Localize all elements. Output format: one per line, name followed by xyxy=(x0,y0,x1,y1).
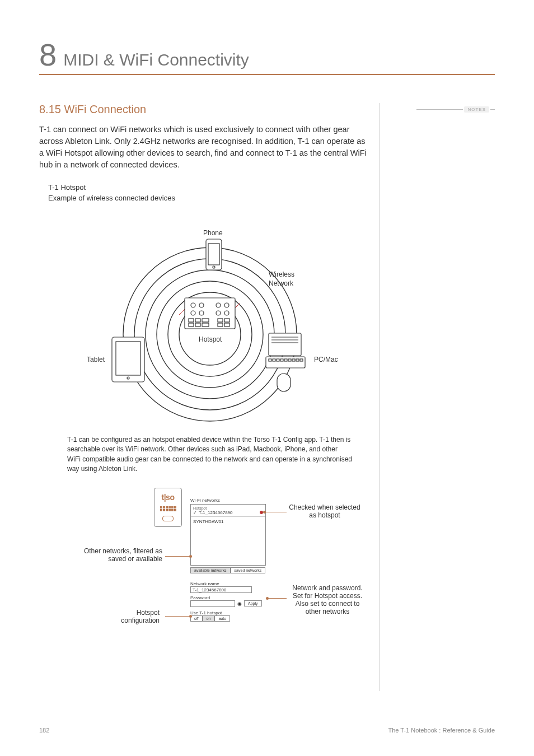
config-caption: T-1 can be configured as an hotspot enab… xyxy=(67,435,353,474)
password-label: Password xyxy=(190,595,274,600)
svg-point-19 xyxy=(191,311,195,315)
svg-rect-44 xyxy=(269,359,271,361)
svg-rect-51 xyxy=(296,359,299,361)
available-networks-tab[interactable]: available networks xyxy=(190,567,231,573)
svg-rect-31 xyxy=(218,323,223,326)
chapter-number: 8 xyxy=(39,39,57,71)
svg-point-15 xyxy=(191,303,195,307)
book-title: The T-1 Notebook : Reference & Guide xyxy=(388,727,495,734)
chapter-header: 8 MIDI & WiFi Connectivity xyxy=(39,39,495,75)
intro-paragraph: T-1 can connect on WiFi networks which i… xyxy=(39,124,369,171)
svg-rect-53 xyxy=(277,374,291,391)
notes-tag: NOTES xyxy=(416,105,495,113)
network-row-1[interactable]: ✓ T-1_1234567890 xyxy=(191,510,265,515)
svg-rect-29 xyxy=(195,323,200,326)
callout-net-pwd: Network and password. Set for Hotspot ac… xyxy=(288,584,367,615)
network-filter-tabs: available networks saved networks xyxy=(190,567,266,573)
svg-rect-50 xyxy=(292,359,295,361)
config-illustration: t|so Wi-Fi networks Hotspot ✓ T-1_123456… xyxy=(48,483,361,634)
example-subtitle: Example of wireless connected devices xyxy=(48,194,369,202)
svg-rect-52 xyxy=(300,359,303,361)
network-row-2[interactable]: SYNTHDAW01 xyxy=(191,518,265,525)
eye-icon[interactable]: ◉ xyxy=(237,601,242,606)
ssid-1: T-1_1234567890 xyxy=(199,510,233,515)
section-number: 8.15 xyxy=(39,103,61,115)
notes-column: NOTES xyxy=(380,103,495,691)
example-title: T-1 Hotspot xyxy=(48,183,369,192)
diagram-label-hotspot: Hotspot xyxy=(199,335,222,343)
page-footer: 182 The T-1 Notebook : Reference & Guide xyxy=(39,727,495,734)
svg-point-20 xyxy=(199,311,204,315)
svg-point-16 xyxy=(199,303,204,307)
svg-rect-47 xyxy=(280,359,283,361)
section-name: WiFi Connection xyxy=(64,103,147,115)
wifi-networks-label: Wi-Fi networks xyxy=(190,498,266,503)
svg-rect-23 xyxy=(189,319,194,322)
diagram-label-tablet: Tablet xyxy=(87,356,105,363)
diagram-svg xyxy=(48,211,361,424)
diagram-label-wireless: Wireless xyxy=(269,270,294,278)
svg-point-3 xyxy=(146,270,274,399)
wifi-networks-panel: Wi-Fi networks Hotspot ✓ T-1_1234567890 … xyxy=(190,498,266,573)
svg-point-18 xyxy=(216,303,221,307)
svg-rect-37 xyxy=(116,342,140,375)
section-title: 8.15 WiFi Connection xyxy=(39,103,369,116)
svg-rect-45 xyxy=(273,359,275,361)
page-number: 182 xyxy=(39,727,49,734)
svg-rect-27 xyxy=(224,319,229,322)
saved-networks-tab[interactable]: saved networks xyxy=(231,567,266,573)
svg-point-21 xyxy=(224,311,229,315)
svg-point-17 xyxy=(224,303,229,307)
hotspot-on-button[interactable]: on xyxy=(203,615,215,622)
hotspot-auto-button[interactable]: auto xyxy=(214,615,230,622)
svg-rect-49 xyxy=(288,359,291,361)
network-settings-panel: Network name T-1_1234567890 Password ◉ A… xyxy=(190,581,274,622)
svg-rect-25 xyxy=(202,319,209,322)
svg-rect-26 xyxy=(218,319,223,322)
svg-rect-46 xyxy=(277,359,279,361)
diagram-label-phone: Phone xyxy=(203,229,223,237)
callout-other-networks: Other networks, filtered as saved or ava… xyxy=(70,547,162,563)
svg-rect-30 xyxy=(202,323,209,326)
svg-rect-28 xyxy=(189,323,194,326)
svg-rect-34 xyxy=(208,244,219,265)
wireless-diagram: Phone Wireless Network Hotspot Tablet PC… xyxy=(48,211,361,424)
svg-point-2 xyxy=(157,281,263,388)
svg-point-38 xyxy=(127,377,129,379)
diagram-label-network: Network xyxy=(269,279,293,287)
svg-rect-32 xyxy=(224,323,229,326)
use-hotspot-label: Use T-1 hotspot xyxy=(190,610,274,615)
password-field[interactable] xyxy=(190,600,235,607)
callout-hotspot-config: Hotspot configuration xyxy=(104,609,160,624)
apply-button[interactable]: Apply xyxy=(244,600,262,606)
notes-label: NOTES xyxy=(464,106,489,113)
svg-rect-24 xyxy=(195,319,200,322)
network-name-field[interactable]: T-1_1234567890 xyxy=(190,586,252,593)
network-name-label: Network name xyxy=(190,581,274,586)
hotspot-row-label: Hotspot xyxy=(191,505,265,510)
device-icon: t|so xyxy=(154,488,182,527)
svg-point-22 xyxy=(216,311,221,315)
svg-rect-43 xyxy=(266,357,305,368)
diagram-label-pc: PC/Mac xyxy=(314,356,338,363)
svg-rect-39 xyxy=(269,333,301,356)
chapter-title: MIDI & WiFi Connectivity xyxy=(63,50,249,69)
hotspot-off-button[interactable]: off xyxy=(190,615,203,622)
torso-logo: t|so xyxy=(162,493,175,502)
check-icon: ✓ xyxy=(193,510,197,515)
callout-checked: Checked when selected as hotspot xyxy=(288,503,361,519)
svg-point-35 xyxy=(213,266,215,268)
main-column: 8.15 WiFi Connection T-1 can connect on … xyxy=(39,103,369,691)
hotspot-toggle: off on auto xyxy=(190,615,274,622)
svg-rect-48 xyxy=(284,359,287,361)
